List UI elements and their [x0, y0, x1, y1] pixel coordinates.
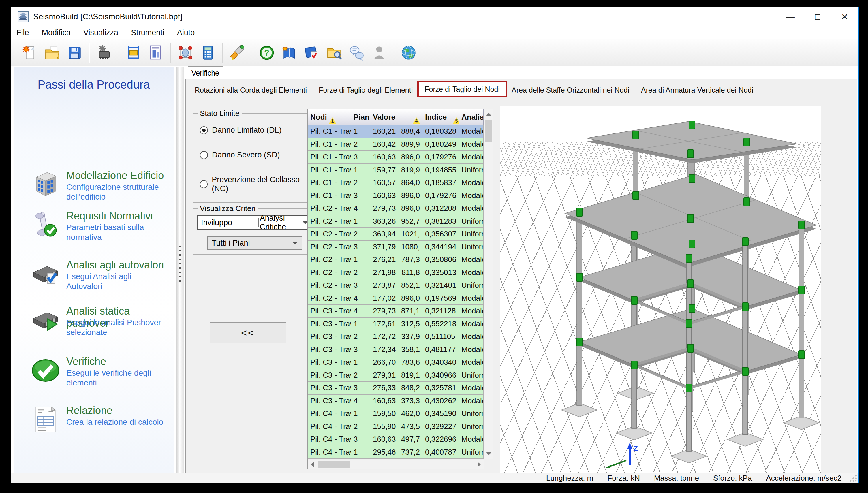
paintbrush-icon[interactable]: [227, 42, 248, 64]
table-row[interactable]: Pil. C2 - Trave4279,73896,00,312208Modal…: [308, 202, 484, 215]
table-row[interactable]: Pil. C1 - Trave2160,42889,90,180249Modal…: [308, 138, 484, 151]
table-row[interactable]: Pil. C2 - Trave2271,98811,80,335013Modal…: [308, 266, 484, 279]
table-row[interactable]: Pil. C2 - Trave1276,21787,30,350806Modal…: [308, 253, 484, 266]
tutorial-book-icon[interactable]: [279, 42, 300, 64]
column-header-nodi[interactable]: Nodi1: [308, 109, 351, 125]
cell: 0,511105: [422, 330, 459, 343]
column-header-analisi[interactable]: Analisi6: [459, 109, 484, 125]
project-settings-icon[interactable]: [94, 42, 114, 64]
table-row[interactable]: Pil. C2 - Trave3371,791080,0,344194Unifo…: [308, 241, 484, 254]
table-row[interactable]: Pil. C3 - Trave4279,73871,10,321128Modal…: [308, 305, 484, 318]
table-row[interactable]: Pil. C4 - Trave2155,90473,50,329227Unifo…: [308, 420, 484, 433]
table-row[interactable]: Pil. C3 - Trave2172,72337,90,511105Modal…: [308, 330, 484, 343]
sort-order-icon: 4: [412, 117, 420, 124]
web-globe-icon[interactable]: [398, 42, 419, 64]
save-project-icon[interactable]: [64, 42, 85, 64]
menu-item-file[interactable]: File: [17, 28, 29, 37]
open-project-icon[interactable]: [42, 42, 63, 64]
verify-book-icon[interactable]: [301, 42, 322, 64]
table-row[interactable]: Pil. C1 - Trave3160,63896,00,179276Modal…: [308, 189, 484, 202]
table-row[interactable]: Pil. C2 - Trave3273,87852,10,321401Unifo…: [308, 279, 484, 292]
menu-item-modifica[interactable]: Modifica: [42, 28, 71, 37]
cell: 0,552218: [422, 318, 459, 331]
close-button[interactable]: ✕: [831, 7, 858, 26]
table-row[interactable]: Pil. C2 - Trave4177,02896,00,197569Modal…: [308, 292, 484, 305]
cell: 1: [351, 318, 370, 331]
column-header-indice[interactable]: Indice5: [422, 109, 459, 125]
minimize-button[interactable]: —: [777, 7, 804, 26]
table-row[interactable]: Pil. C3 - Trave2279,31819,10,340966Unifo…: [308, 369, 484, 382]
step-title: Requisiti Normativi: [66, 210, 153, 222]
svg-text:Z: Z: [633, 444, 638, 453]
column-header-valore[interactable]: Valore3: [370, 109, 400, 125]
radio-prevenzione-collasso[interactable]: Prevenzione del Collasso (NC): [200, 175, 315, 193]
horizontal-scrollbar[interactable]: [308, 459, 484, 469]
maximize-button[interactable]: □: [804, 7, 831, 26]
cell: 0,344194: [422, 241, 459, 254]
scroll-left-icon[interactable]: [311, 462, 314, 467]
scroll-down-icon[interactable]: [486, 452, 491, 455]
column-header-col4[interactable]: 4: [400, 109, 422, 125]
table-row[interactable]: Pil. C2 - Trave2363,941021,0,356307Unifo…: [308, 228, 484, 241]
menu-item-aiuto[interactable]: Aiuto: [177, 28, 195, 37]
model-3d-icon[interactable]: [175, 42, 196, 64]
building-report-icon[interactable]: [146, 42, 166, 64]
cell: Pil. C1 - Trave: [308, 189, 351, 202]
section-frame-icon[interactable]: [123, 42, 144, 64]
subtab-forze-di-taglio-dei-nodi[interactable]: Forze di Taglio dei Nodi: [419, 82, 506, 96]
column-header-pian[interactable]: Pian2: [351, 109, 370, 125]
table-row[interactable]: Pil. C1 - Trave3160,63896,00,179276Modal…: [308, 151, 484, 164]
model-3d-viewport[interactable]: Z: [500, 106, 821, 474]
table-row[interactable]: Pil. C4 - Trave1159,50462,00,345190Unifo…: [308, 407, 484, 420]
menu-item-visualizza[interactable]: Visualizza: [83, 28, 118, 37]
cell: 0,481177: [422, 343, 459, 356]
hscroll-thumb[interactable]: [318, 461, 350, 468]
status-item: Massa: tonne: [647, 473, 706, 483]
table-row[interactable]: Pil. C3 - Trave4160,63373,30,430262Modal…: [308, 395, 484, 408]
stato-limite-group: Stato Limite Danno Limitato (DL) Danno S…: [193, 113, 316, 203]
table-row[interactable]: Pil. C2 - Trave1363,26952,70,381283Unifo…: [308, 215, 484, 228]
step-title: Analisi agli autovalori: [66, 259, 164, 271]
help-icon[interactable]: ?: [256, 42, 277, 64]
forum-bubbles-icon[interactable]: [346, 42, 367, 64]
vscroll-thumb[interactable]: [485, 120, 492, 142]
table-row[interactable]: Pil. C1 - Trave2160,57864,00,185837Modal…: [308, 176, 484, 189]
radio-danno-severo[interactable]: Danno Severo (SD): [200, 150, 280, 159]
cell: 1021,: [400, 228, 422, 241]
sidebar-splitter[interactable]: [176, 67, 184, 473]
table-row[interactable]: Pil. C1 - Trave1160,21888,40,180328Modal…: [308, 125, 484, 138]
cell: 4: [351, 202, 370, 215]
cell: 0,356307: [422, 228, 459, 241]
search-folder-icon[interactable]: [324, 42, 345, 64]
menu-item-strumenti[interactable]: Strumenti: [131, 28, 164, 37]
radio-danno-limitato[interactable]: Danno Limitato (DL): [200, 126, 282, 135]
tab-verifiche[interactable]: Verifiche: [188, 66, 223, 79]
scroll-right-icon[interactable]: [478, 462, 481, 467]
cell: Uniforme: [459, 228, 484, 241]
table-row[interactable]: Pil. C3 - Trave3172,34358,10,481177Modal…: [308, 343, 484, 356]
toolbar-separator: [119, 43, 119, 63]
toolbar: ?: [11, 39, 858, 66]
new-project-icon[interactable]: [19, 42, 40, 64]
table-row[interactable]: Pil. C1 - Trave1159,77819,90,194855Unifo…: [308, 164, 484, 177]
cell: 497,7: [400, 433, 422, 446]
cell: 358,1: [400, 343, 422, 356]
cell: 1: [351, 253, 370, 266]
table-row[interactable]: Pil. C3 - Trave1172,61312,50,552218Modal…: [308, 318, 484, 331]
table-row[interactable]: Pil. C3 - Trave1266,70783,60,340340Modal…: [308, 356, 484, 369]
table-row[interactable]: Pil. C4 - Trave3160,63497,70,322696Modal…: [308, 433, 484, 446]
sidebar-title: Passi della Procedura: [14, 78, 174, 91]
support-person-icon[interactable]: [369, 42, 389, 64]
collapse-button[interactable]: <<: [210, 322, 287, 343]
calculator-icon[interactable]: [197, 42, 218, 64]
cell: 783,6: [400, 356, 422, 369]
table-row[interactable]: Pil. C4 - Trave1295,46737,20,400787Unifo…: [308, 446, 484, 459]
criteri-combo[interactable]: Inviluppo Analysi Critiche: [197, 215, 312, 230]
cell: 852,1: [400, 279, 422, 292]
cell: 373,3: [400, 395, 422, 408]
vertical-scrollbar[interactable]: [484, 109, 493, 459]
cell: 3: [351, 433, 370, 446]
table-row[interactable]: Pil. C3 - Trave3276,33848,20,325781Modal…: [308, 382, 484, 395]
piani-dropdown[interactable]: Tutti i Piani: [207, 236, 302, 250]
scroll-up-icon[interactable]: [486, 113, 491, 116]
